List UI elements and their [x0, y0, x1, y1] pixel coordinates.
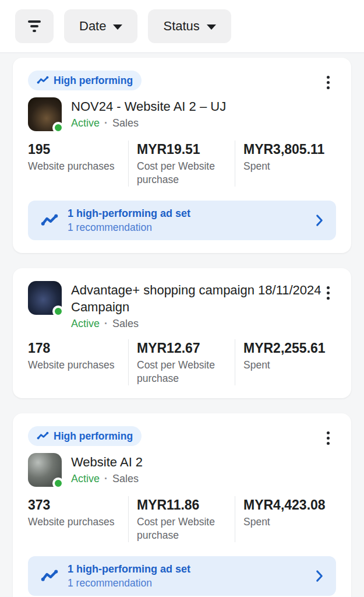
high-performing-badge: High performing: [28, 71, 142, 90]
more-options-button[interactable]: [316, 281, 340, 304]
metric-label: Cost per Website purchase: [137, 359, 227, 385]
status-filter-button[interactable]: Status: [148, 9, 231, 43]
metric-label: Website purchases: [28, 160, 120, 173]
metrics-row: 178 Website purchases MYR12.67 Cost per …: [28, 339, 336, 385]
metric-value: MYR11.86: [137, 496, 227, 514]
metric-label: Spent: [243, 160, 328, 173]
status-text: Active: [71, 117, 100, 129]
recommendation-subtitle: 1 recommendation: [68, 577, 306, 589]
status-text: Active: [71, 473, 100, 485]
campaign-thumbnail: [28, 97, 62, 131]
status-separator: ·: [104, 473, 108, 485]
campaign-title: Website AI 2: [71, 454, 143, 470]
high-performing-badge: High performing: [28, 426, 142, 446]
campaign-title: NOV24 - Website AI 2 – UJ: [71, 98, 226, 115]
metric-website-purchases: 195 Website purchases: [28, 141, 128, 187]
metric-label: Spent: [243, 359, 328, 372]
status-separator: ·: [104, 318, 108, 330]
recommendation-banner[interactable]: 1 high-performing ad set 1 recommendatio…: [28, 556, 336, 596]
metric-value: 178: [28, 339, 120, 357]
metric-value: MYR4,423.08: [243, 496, 328, 514]
chevron-down-icon: [113, 24, 122, 30]
badge-label: High performing: [54, 75, 133, 87]
date-filter-button[interactable]: Date: [64, 9, 137, 43]
campaign-thumbnail: [28, 453, 62, 487]
active-status-dot: [52, 122, 64, 134]
active-status-dot: [52, 477, 64, 489]
more-options-button[interactable]: [316, 426, 340, 449]
status-separator: ·: [104, 117, 108, 129]
metric-cost-per-purchase: MYR19.51 Cost per Website purchase: [128, 141, 235, 187]
metric-spent: MYR4,423.08 Spent: [235, 496, 336, 542]
metric-spent: MYR2,255.61 Spent: [235, 339, 336, 385]
campaign-title: Advantage+ shopping campaign 18/11/2024 …: [71, 282, 327, 315]
recommendation-title: 1 high-performing ad set: [68, 563, 306, 576]
metric-value: MYR12.67: [137, 339, 227, 357]
campaign-card[interactable]: Advantage+ shopping campaign 18/11/2024 …: [13, 268, 351, 398]
objective-text: Sales: [112, 318, 139, 330]
trend-zigzag-icon: [41, 569, 58, 583]
metric-cost-per-purchase: MYR12.67 Cost per Website purchase: [128, 339, 235, 385]
date-filter-label: Date: [79, 19, 106, 34]
campaign-list: High performing NOV24 - Website AI 2 – U…: [0, 53, 364, 597]
badge-label: High performing: [54, 430, 133, 443]
metric-cost-per-purchase: MYR11.86 Cost per Website purchase: [128, 496, 235, 542]
trend-zigzag-icon: [41, 213, 58, 227]
metric-spent: MYR3,805.11 Spent: [235, 141, 336, 187]
status-text: Active: [71, 318, 100, 330]
recommendation-title: 1 high-performing ad set: [68, 207, 306, 220]
recommendation-subtitle: 1 recommendation: [68, 221, 306, 234]
metric-website-purchases: 178 Website purchases: [28, 339, 128, 385]
metric-value: MYR2,255.61: [243, 339, 328, 357]
chevron-down-icon: [207, 24, 216, 30]
trend-zigzag-icon: [37, 76, 49, 85]
recommendation-banner[interactable]: 1 high-performing ad set 1 recommendatio…: [28, 201, 336, 240]
objective-text: Sales: [112, 473, 139, 485]
metric-value: MYR19.51: [137, 141, 227, 158]
metric-label: Spent: [243, 515, 328, 529]
campaign-card[interactable]: High performing NOV24 - Website AI 2 – U…: [13, 58, 351, 253]
metric-website-purchases: 373 Website purchases: [28, 496, 128, 542]
campaign-thumbnail: [28, 281, 62, 315]
metric-value: 195: [28, 141, 120, 158]
chevron-right-icon: [316, 214, 323, 227]
metric-label: Website purchases: [28, 515, 120, 529]
status-filter-label: Status: [163, 19, 199, 34]
campaign-card[interactable]: High performing Website AI 2 Active · Sa…: [13, 413, 351, 597]
metrics-row: 195 Website purchases MYR19.51 Cost per …: [28, 141, 336, 187]
metric-label: Cost per Website purchase: [137, 515, 227, 542]
metric-value: 373: [28, 496, 120, 514]
chevron-right-icon: [316, 570, 323, 582]
trend-zigzag-icon: [37, 431, 49, 441]
metric-label: Website purchases: [28, 359, 120, 372]
filter-lines-icon: [28, 20, 41, 32]
filter-button[interactable]: [15, 9, 54, 43]
metrics-row: 373 Website purchases MYR11.86 Cost per …: [28, 496, 336, 542]
objective-text: Sales: [112, 117, 139, 129]
metric-value: MYR3,805.11: [243, 141, 328, 158]
more-options-button[interactable]: [316, 71, 340, 94]
metric-label: Cost per Website purchase: [137, 160, 227, 187]
active-status-dot: [52, 305, 64, 317]
filter-toolbar: Date Status: [0, 0, 364, 53]
